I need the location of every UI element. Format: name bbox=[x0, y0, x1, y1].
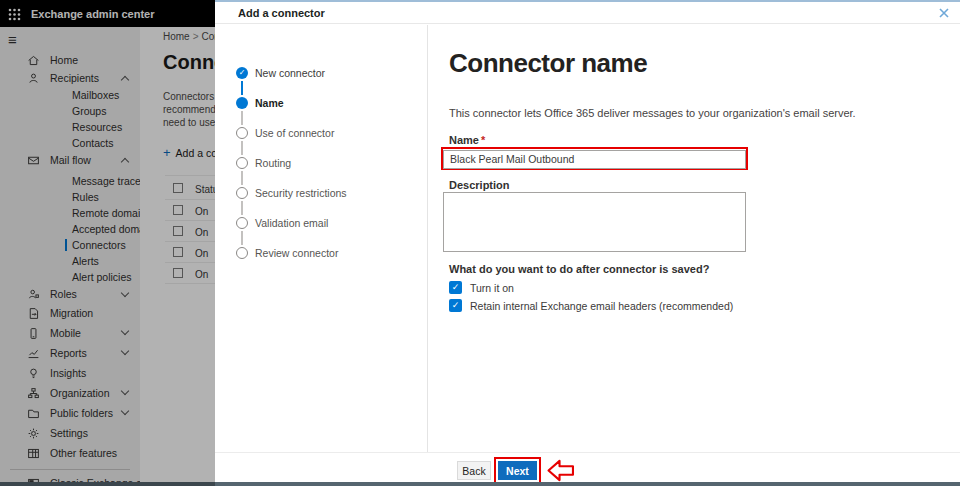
connector-name-input[interactable] bbox=[443, 150, 746, 169]
after-save-question: What do you want to do after connector i… bbox=[449, 263, 709, 275]
checkbox-turn-it-on[interactable]: ✓ Turn it on bbox=[449, 281, 514, 294]
add-connector-dialog: Add a connector ✓ New connector Name Use… bbox=[215, 0, 960, 482]
dialog-title: Add a connector bbox=[238, 7, 325, 19]
exchange-admin-screen: Exchange admin center ≡ Home Recipients … bbox=[0, 0, 960, 486]
dialog-footer: Back Next bbox=[215, 452, 960, 482]
back-button[interactable]: Back bbox=[457, 461, 491, 480]
checked-checkbox-icon: ✓ bbox=[449, 299, 462, 312]
checkbox-retain-headers[interactable]: ✓ Retain internal Exchange email headers… bbox=[449, 299, 733, 312]
checked-checkbox-icon: ✓ bbox=[449, 281, 462, 294]
step-connector-line bbox=[241, 171, 243, 185]
next-button[interactable]: Next bbox=[498, 461, 537, 480]
wizard-steps: ✓ New connector Name Use of connector Ro… bbox=[215, 25, 428, 452]
description-textarea[interactable] bbox=[443, 192, 746, 252]
dialog-header: Add a connector bbox=[215, 2, 960, 24]
step-connector-line bbox=[241, 201, 243, 215]
modal-dim-overlay bbox=[0, 0, 215, 486]
step-upcoming-icon bbox=[236, 157, 248, 169]
step-connector-line bbox=[241, 141, 243, 155]
required-asterisk: * bbox=[481, 134, 485, 146]
step-connector-line bbox=[241, 81, 243, 95]
step-current-icon bbox=[236, 97, 248, 109]
annotation-box-next-button: Next bbox=[494, 457, 541, 484]
step-connector-line bbox=[241, 231, 243, 245]
step-completed-icon: ✓ bbox=[236, 67, 248, 79]
close-icon[interactable] bbox=[937, 6, 951, 20]
name-field-label: Name* bbox=[449, 134, 485, 146]
step-connector-line bbox=[241, 111, 243, 125]
step-heading: Connector name bbox=[449, 48, 647, 79]
step-upcoming-icon bbox=[236, 217, 248, 229]
step-upcoming-icon bbox=[236, 247, 248, 259]
step-upcoming-icon bbox=[236, 127, 248, 139]
annotation-box-name-field bbox=[441, 147, 748, 170]
step-upcoming-icon bbox=[236, 187, 248, 199]
annotation-arrow-icon bbox=[545, 459, 576, 482]
step-intro-text: This connector lets Office 365 deliver m… bbox=[449, 107, 856, 119]
description-field-label: Description bbox=[449, 179, 510, 191]
